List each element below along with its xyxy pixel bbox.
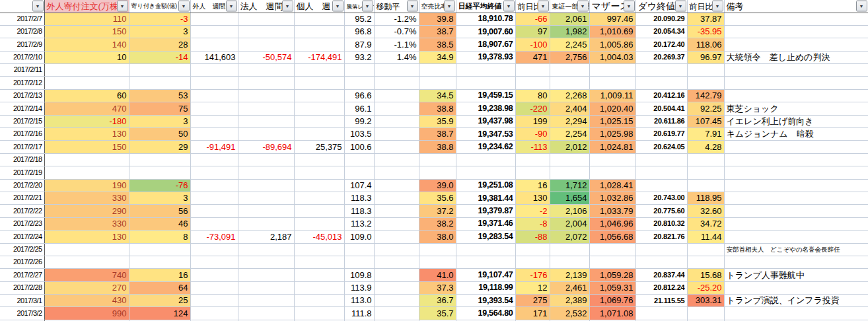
cell-remarks [724, 217, 868, 230]
filter-dropdown-icon[interactable]: ▼ [178, 1, 190, 12]
filter-dropdown-icon[interactable]: ▼ [577, 1, 589, 12]
cell-remarks [724, 153, 868, 166]
cell-nikkei_close: 19,437.98 [456, 115, 515, 127]
cell-nikkei_change [515, 243, 550, 256]
cell-tse1_trading [550, 166, 589, 179]
cell-gaijin_yoritsuke_order: 990 [44, 307, 129, 320]
cell-mothers: 1,020.40 [589, 102, 635, 115]
cell-nikkei_close: 19,238.98 [456, 102, 515, 115]
cell-gaijin_weekly [190, 179, 238, 192]
date-cell: 2017/2/9 [0, 38, 44, 51]
date-cell: 2017/2/12 [0, 77, 44, 89]
cell-mothers: 997.46 [589, 13, 635, 25]
filter-dropdown-icon[interactable]: ▼ [675, 1, 686, 12]
table-row: 2017/2/1613050103.538.719,347.53-902,254… [0, 128, 868, 141]
cell-kojin_weekly: 25,375 [294, 141, 344, 153]
filter-dropdown-icon[interactable]: ▼ [444, 1, 455, 12]
cell-short_sell_ratio: 38.7 [419, 128, 456, 141]
cell-moving_average [374, 141, 419, 153]
filter-dropdown-icon[interactable]: ▼ [503, 1, 515, 12]
cell-hojin_weekly [238, 153, 294, 166]
table-row: 2017/2/2774016109.841.019,107.47-1762,13… [0, 269, 868, 281]
cell-dow_close: 20.090.29 [635, 13, 687, 25]
cell-gaijin_weekly: -73,091 [190, 231, 238, 243]
cell-tse1_trading: 2,461 [550, 281, 589, 294]
cell-remarks [724, 166, 868, 179]
cell-tse1_trading: 2,268 [550, 89, 589, 102]
table-row: 2017/2/144707596.138.819,238.98-2202,404… [0, 102, 868, 115]
cell-short_sell_ratio: 35.9 [419, 115, 456, 127]
filter-dropdown-icon[interactable]: ▼ [32, 1, 44, 12]
column-header-gaijin_yoritsuke_order: 外人寄付注文(万株)▼ [44, 0, 129, 13]
cell-short_sell_ratio [419, 166, 456, 179]
cell-short_sell_ratio [419, 153, 456, 166]
cell-yoritsuke_amount: -3 [129, 13, 190, 25]
cell-nikkei_change: 130 [515, 192, 550, 204]
cell-dow_close: 20.504.41 [635, 102, 687, 115]
cell-mothers [589, 256, 635, 268]
filter-dropdown-icon[interactable]: ▼ [624, 1, 635, 12]
column-header-label: ダウ終値 [638, 1, 676, 11]
cell-remarks: 安部首相夫人 どこぞやの名誉会長辞任 [724, 243, 868, 256]
cell-tse1_trading: 1,982 [550, 25, 589, 38]
table-row: 2017/2/18 [0, 153, 868, 166]
cell-gaijin_weekly [190, 217, 238, 230]
cell-moving_average [374, 192, 419, 204]
cell-gaijin_weekly [190, 115, 238, 127]
date-cell: 2017/2/24 [0, 231, 44, 243]
cell-short_sell_ratio: 38.2 [419, 217, 456, 230]
filter-dropdown-icon[interactable]: ▼ [538, 1, 549, 12]
cell-nikkei_change: 171 [515, 307, 550, 320]
date-cell: 2017/2/16 [0, 128, 44, 141]
cell-nikkei_close: 19,251.08 [456, 179, 515, 192]
cell-hojin_weekly [238, 307, 294, 320]
cell-tse1_trading: 1,654 [550, 192, 589, 204]
cell-mothers [589, 166, 635, 179]
filter-dropdown-icon[interactable]: ▼ [856, 1, 867, 12]
cell-kojin_weekly [294, 205, 344, 217]
table-row: 2017/2/241308-73,0912,187-45,013109.038.… [0, 231, 868, 243]
filter-dropdown-icon[interactable]: ▼ [362, 1, 373, 12]
cell-yoritsuke_amount: 46 [129, 217, 190, 230]
cell-mothers: 1,046.96 [589, 217, 635, 230]
cell-gaijin_weekly [190, 77, 238, 89]
filter-dropdown-icon[interactable]: ▼ [332, 1, 344, 12]
cell-dow_change [687, 166, 724, 179]
column-header-toraku_ratio: 騰落レシオ▼ [344, 0, 374, 13]
cell-nikkei_close [456, 243, 515, 256]
cell-toraku_ratio: 103.5 [344, 128, 374, 141]
cell-gaijin_yoritsuke_order: 330 [44, 217, 129, 230]
cell-dow_change [687, 307, 724, 320]
cell-remarks: 東芝ショック [724, 102, 868, 115]
cell-gaijin_weekly [190, 153, 238, 166]
cell-dow_close: 20.611.86 [635, 115, 687, 127]
filter-dropdown-icon[interactable]: ▼ [117, 1, 128, 12]
cell-nikkei_close: 19,378.93 [456, 51, 515, 63]
cell-toraku_ratio: 96.6 [344, 89, 374, 102]
filter-dropdown-icon[interactable]: ▼ [407, 1, 418, 12]
filter-dropdown-icon[interactable]: ▼ [226, 1, 237, 12]
cell-kojin_weekly [294, 38, 344, 51]
cell-dow_close [635, 179, 687, 192]
column-header-label: 備考 [727, 2, 744, 11]
cell-dow_change: 142.79 [687, 89, 724, 102]
cell-moving_average [374, 128, 419, 141]
cell-gaijin_yoritsuke_order: 270 [44, 281, 129, 294]
cell-hojin_weekly [238, 281, 294, 294]
cell-nikkei_change: 199 [515, 115, 550, 127]
date-cell: 2017/2/26 [0, 256, 44, 268]
filter-dropdown-icon[interactable]: ▼ [282, 1, 293, 12]
cell-toraku_ratio: 113.0 [344, 295, 374, 307]
cell-gaijin_yoritsuke_order [44, 153, 129, 166]
cell-yoritsuke_amount: 64 [129, 281, 190, 294]
cell-remarks [724, 64, 868, 77]
column-header-label: 個人 週 [297, 2, 331, 11]
cell-nikkei_change: 275 [515, 295, 550, 307]
cell-kojin_weekly [294, 243, 344, 256]
cell-dow_close: 20.172.40 [635, 38, 687, 51]
filter-dropdown-icon[interactable]: ▼ [712, 1, 723, 12]
cell-nikkei_change [515, 153, 550, 166]
date-cell: 2017/2/21 [0, 192, 44, 204]
cell-dow_change: -35.95 [687, 25, 724, 38]
cell-dow_close: 21.115.55 [635, 295, 687, 307]
